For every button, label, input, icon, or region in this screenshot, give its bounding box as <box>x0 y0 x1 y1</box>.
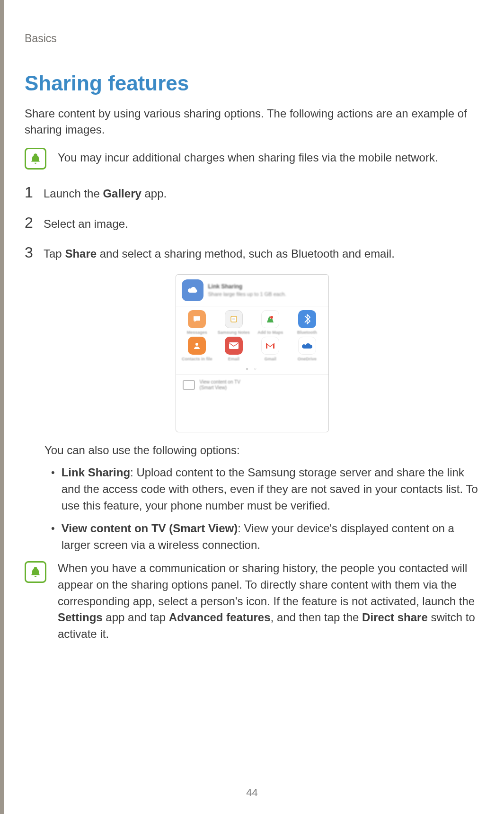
svg-point-4 <box>270 316 273 319</box>
n2b2: Advanced features <box>169 611 271 624</box>
share-panel-screenshot: Link Sharing Share large files up to 1 G… <box>176 274 329 432</box>
bullet-smart-view: • View content on TV (Smart View): View … <box>51 520 479 554</box>
step-3: 3 Tap Share and select a sharing method,… <box>25 244 479 262</box>
step-number: 1 <box>25 184 36 201</box>
step-post: app. <box>141 187 167 200</box>
page-content: Basics Sharing features Share content by… <box>0 0 504 643</box>
bullet-bold: View content on TV (Smart View) <box>62 522 238 535</box>
step-pre: Select an image. <box>44 217 128 230</box>
page-number: 44 <box>0 787 504 799</box>
step-text: Launch the Gallery app. <box>44 186 167 202</box>
step-number: 2 <box>25 214 36 232</box>
page-left-border <box>0 0 4 814</box>
tv-icon <box>183 380 195 390</box>
n2b1: Settings <box>58 611 103 624</box>
step-bold: Share <box>65 247 97 260</box>
note-text-2: When you have a communication or sharing… <box>58 560 479 643</box>
page-title: Sharing features <box>25 72 479 95</box>
bullet-link-sharing: • Link Sharing: Upload content to the Sa… <box>51 465 479 514</box>
bullet-text: Link Sharing: Upload content to the Sams… <box>62 465 479 514</box>
n2p3: , and then tap the <box>271 611 363 624</box>
ss-link-sharing-row: Link Sharing Share large files up to 1 G… <box>176 275 328 306</box>
svg-rect-6 <box>229 342 239 349</box>
bullet-dot: • <box>51 520 55 554</box>
bell-icon <box>25 561 46 583</box>
ss-top-text: Link Sharing Share large files up to 1 G… <box>208 283 286 298</box>
step-pre: Launch the <box>44 187 103 200</box>
section-label: Basics <box>25 32 479 45</box>
ss-app-grid: Messages Samsung Notes Add to Maps Bluet… <box>176 306 328 363</box>
step-bold: Gallery <box>103 187 141 200</box>
step-text: Select an image. <box>44 216 128 232</box>
step-post: and select a sharing method, such as Blu… <box>97 247 395 260</box>
ss-app-maps: Add to Maps <box>252 310 289 335</box>
ss-app-gmail: Gmail <box>252 337 289 361</box>
step-text: Tap Share and select a sharing method, s… <box>44 246 395 262</box>
note-text-1: You may incur additional charges when sh… <box>58 147 438 166</box>
steps-list: 1 Launch the Gallery app. 2 Select an im… <box>25 184 479 262</box>
bullet-bold: Link Sharing <box>62 466 130 479</box>
ss-app-messages: Messages <box>179 310 216 335</box>
ss-app-bluetooth: Bluetooth <box>289 310 326 335</box>
intro-paragraph: Share content by using various sharing o… <box>25 106 479 137</box>
step-pre: Tap <box>44 247 65 260</box>
ss-bottom-text: View content on TV (Smart View) <box>200 379 240 391</box>
n2p2: app and tap <box>103 611 169 624</box>
bell-icon <box>25 148 46 170</box>
bullet-list: • Link Sharing: Upload content to the Sa… <box>51 465 479 554</box>
bullet-text: View content on TV (Smart View): View yo… <box>62 520 479 554</box>
step-2: 2 Select an image. <box>25 214 479 232</box>
ss-smartview-row: View content on TV (Smart View) <box>176 374 328 395</box>
step-1: 1 Launch the Gallery app. <box>25 184 479 202</box>
ss-page-dots: ● ○ <box>176 363 328 374</box>
ss-app-notes: Samsung Notes <box>215 310 252 335</box>
step-number: 3 <box>25 244 36 261</box>
svg-point-5 <box>195 343 198 346</box>
n2p1: When you have a communication or sharing… <box>58 562 475 608</box>
svg-rect-0 <box>231 316 237 322</box>
ss-app-contacts: Contacts in file <box>179 337 216 361</box>
note-callout-1: You may incur additional charges when sh… <box>25 147 479 170</box>
n2b3: Direct share <box>362 611 428 624</box>
note-callout-2: When you have a communication or sharing… <box>25 560 479 643</box>
follow-options-text: You can also use the following options: <box>44 444 479 457</box>
ss-app-email: Email <box>215 337 252 361</box>
bullet-dot: • <box>51 465 55 514</box>
ss-app-onedrive: OneDrive <box>289 337 326 361</box>
ss-top-title: Link Sharing <box>208 283 286 291</box>
ss-top-sub: Share large files up to 1 GB each. <box>208 291 286 298</box>
cloud-icon <box>182 279 203 301</box>
